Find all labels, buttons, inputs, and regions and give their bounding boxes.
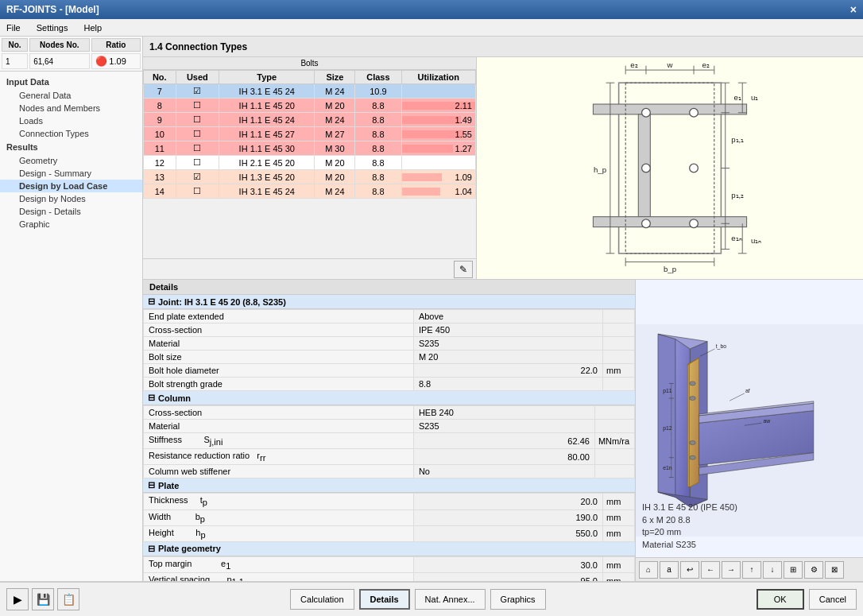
main-container: No. Nodes No. Ratio 1 61,64 🔴 1.09 Inpu: [0, 37, 863, 581]
svg-point-65: [690, 441, 695, 445]
collapse-toggle-geo[interactable]: ⊟: [148, 544, 155, 554]
close-button[interactable]: ×: [850, 3, 857, 16]
details-panel[interactable]: Details ⊟ Joint: IH 3.1 E 45 20 (8.8, S2…: [143, 280, 636, 581]
icon-btn-3[interactable]: 📋: [57, 588, 79, 610]
ok-button[interactable]: OK: [757, 589, 804, 610]
bolts-table-scroll[interactable]: No. Used Type Size Class Utilization 7 ☑…: [143, 70, 476, 258]
label-line3: tp=20 mm: [642, 526, 737, 538]
icon-btn-1[interactable]: ▶: [6, 588, 29, 610]
bolt-no: 9: [144, 113, 176, 127]
bolt-used[interactable]: ☐: [176, 127, 219, 141]
detail-value: 550.0: [413, 525, 602, 541]
svg-point-6: [642, 108, 651, 117]
details-button[interactable]: Details: [359, 589, 410, 610]
nav-connection-types[interactable]: Connection Types: [0, 127, 142, 140]
bolt-used[interactable]: ☑: [176, 84, 219, 99]
nav-loads[interactable]: Loads: [0, 114, 142, 127]
joint-title: Joint: IH 3.1 E 45 20 (8.8, S235): [158, 297, 286, 307]
edit-icon[interactable]: ✎: [454, 261, 473, 278]
view-btn-7[interactable]: ↓: [763, 561, 782, 579]
bolt-row-9[interactable]: 9 ☐ IH 1.1 E 45 24 M 24 8.8 1.49: [144, 113, 476, 127]
nav-nodes-members[interactable]: Nodes and Members: [0, 102, 142, 114]
detail-value: S235: [413, 337, 602, 351]
column-table: Cross-section HEB 240 Material S235 Stif…: [143, 405, 635, 478]
bolt-row-14[interactable]: 14 ☐ IH 3.1 E 45 24 M 24 8.8 1.04: [144, 184, 476, 199]
bolt-row-11[interactable]: 11 ☐ IH 1.1 E 45 30 M 30 8.8 1.27: [144, 141, 476, 156]
menu-settings[interactable]: Settings: [33, 21, 72, 34]
bolt-no: 13: [144, 170, 176, 184]
bolt-row-13[interactable]: 13 ☑ IH 1.3 E 45 20 M 20 8.8 1.09: [144, 170, 476, 184]
bolt-used[interactable]: ☐: [176, 156, 219, 170]
svg-text:e₂: e₂: [702, 60, 709, 69]
bolt-size: M 24: [315, 113, 355, 127]
bolt-class: 8.8: [355, 141, 401, 156]
bolt-size: M 24: [315, 184, 355, 199]
th-size: Size: [315, 71, 355, 84]
detail-unit: mm: [603, 494, 635, 509]
menu-help[interactable]: Help: [80, 21, 105, 34]
svg-point-11: [690, 219, 699, 228]
collapse-toggle-plate[interactable]: ⊟: [148, 480, 155, 490]
view-btn-3[interactable]: ↩: [680, 561, 699, 579]
view-btn-8[interactable]: ⊞: [784, 561, 803, 579]
bolt-utilization: 1.04: [401, 184, 476, 199]
nav-design-summary[interactable]: Design - Summary: [0, 167, 142, 180]
calculation-button[interactable]: Calculation: [290, 589, 354, 610]
detail-unit: [603, 351, 635, 364]
view-btn-5[interactable]: →: [722, 561, 741, 579]
details-header: Details: [143, 280, 635, 295]
bolt-type: IH 3.1 E 45 24: [219, 184, 315, 199]
detail-unit: mm: [603, 525, 635, 541]
nav-design-load-case[interactable]: Design by Load Case: [0, 180, 142, 192]
bolt-class: 8.8: [355, 170, 401, 184]
nav-design-details[interactable]: Design - Details: [0, 205, 142, 218]
nav-general-data[interactable]: General Data: [0, 89, 142, 102]
icon-btn-2[interactable]: 💾: [32, 588, 54, 610]
detail-label: Vertical spacing p1,1: [144, 573, 414, 581]
bolts-header: Bolts: [143, 57, 476, 70]
bottom-section: Details ⊟ Joint: IH 3.1 E 45 20 (8.8, S2…: [143, 280, 863, 581]
bolt-row-7[interactable]: 7 ☑ IH 3.1 E 45 24 M 24 10.9: [144, 84, 476, 99]
detail-label: Cross-section: [144, 323, 414, 337]
detail-row: Column web stiffener No: [144, 465, 635, 478]
detail-value: M 20: [413, 351, 602, 364]
bolt-used[interactable]: ☑: [176, 170, 219, 184]
graphics-button[interactable]: Graphics: [490, 589, 546, 610]
bolt-used[interactable]: ☐: [176, 113, 219, 127]
bolt-used[interactable]: ☐: [176, 141, 219, 156]
detail-unit: [594, 449, 634, 465]
view-btn-4[interactable]: ←: [701, 561, 720, 579]
view-btn-6[interactable]: ↑: [742, 561, 761, 579]
detail-row: Height hp 550.0 mm: [144, 525, 635, 541]
bolt-size: M 24: [315, 84, 355, 99]
table-row[interactable]: 1 61,64 🔴 1.09: [2, 53, 141, 69]
detail-label: Top margin e1: [144, 556, 414, 572]
collapse-toggle-col[interactable]: ⊟: [148, 393, 155, 403]
nav-graphic[interactable]: Graphic: [0, 218, 142, 231]
nat-annex-button[interactable]: Nat. Annex...: [415, 589, 486, 610]
detail-value: Above: [413, 310, 602, 323]
th-utilization: Utilization: [401, 71, 476, 84]
detail-row: Vertical spacing p1,1 95.0 mm: [144, 573, 635, 581]
view-btn-2[interactable]: a: [660, 561, 679, 579]
svg-point-63: [690, 382, 695, 385]
detail-unit: [603, 310, 635, 323]
svg-text:p12: p12: [663, 426, 672, 432]
nav-section: Input Data General Data Nodes and Member…: [0, 72, 142, 581]
collapse-toggle[interactable]: ⊟: [148, 296, 155, 307]
bolt-row-8[interactable]: 8 ☐ IH 1.1 E 45 20 M 20 8.8 2.11: [144, 99, 476, 113]
svg-point-64: [690, 397, 695, 401]
detail-label: Material: [144, 420, 414, 433]
cancel-button[interactable]: Cancel: [809, 589, 857, 610]
detail-label: Bolt strength grade: [144, 378, 414, 391]
view-btn-9[interactable]: ⚙: [804, 561, 823, 579]
nav-geometry[interactable]: Geometry: [0, 154, 142, 167]
nav-design-nodes[interactable]: Design by Nodes: [0, 192, 142, 205]
bolt-row-12[interactable]: 12 ☐ IH 2.1 E 45 20 M 20 8.8: [144, 156, 476, 170]
view-btn-1[interactable]: ⌂: [639, 561, 658, 579]
view-btn-10[interactable]: ⊠: [825, 561, 844, 579]
bolt-row-10[interactable]: 10 ☐ IH 1.1 E 45 27 M 27 8.8 1.55: [144, 127, 476, 141]
bolt-used[interactable]: ☐: [176, 99, 219, 113]
menu-file[interactable]: File: [3, 21, 24, 34]
bolt-used[interactable]: ☐: [176, 184, 219, 199]
